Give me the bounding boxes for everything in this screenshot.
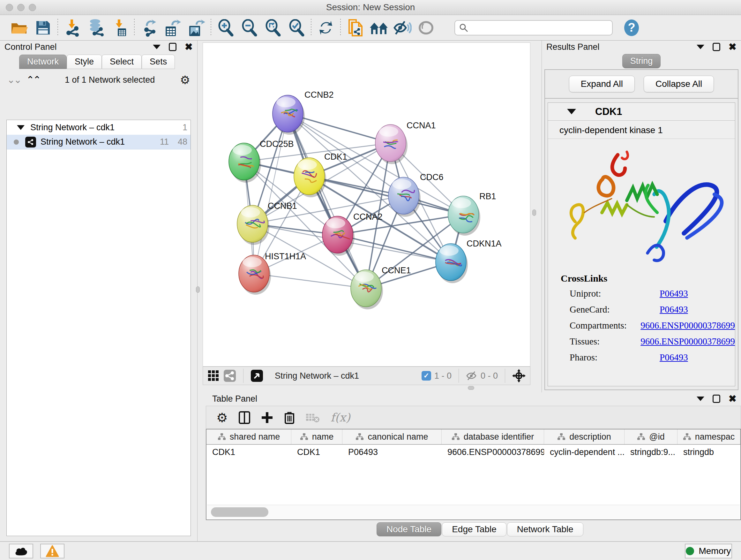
tab-string[interactable]: String [622,54,661,68]
node-CDK1[interactable]: CDK1 [294,152,347,197]
collapse-all-networks-icon[interactable]: ⌃⌃ [26,77,40,83]
table-options-gear-icon[interactable]: ⚙ [216,410,228,425]
delete-column-icon[interactable] [284,411,295,424]
tab-network[interactable]: Network [19,55,67,69]
expand-all-button[interactable]: Expand All [569,76,635,92]
protein-section-header[interactable]: CDK1 [548,103,735,121]
export-table-button[interactable] [161,17,185,38]
column-header-databaseidentifier[interactable]: database identifier [442,429,544,444]
collapse-all-button[interactable]: Collapse All [644,76,714,92]
help-button[interactable]: ? [620,17,643,38]
crosslink-link[interactable]: 9606.ENSP00000378699 [641,320,735,331]
crosslink-link[interactable]: P06493 [660,352,688,363]
panel-close-icon[interactable]: ✖ [729,43,737,51]
panel-close-icon[interactable]: ✖ [729,395,737,403]
show-columns-icon[interactable] [239,411,250,424]
tab-edge-table[interactable]: Edge Table [442,522,507,537]
zoom-fit-button[interactable] [261,17,285,38]
splitter-grip[interactable] [196,287,200,293]
string-home-button[interactable] [367,17,391,38]
column-header-id[interactable]: @id [624,429,677,444]
network-view-mode-icon[interactable] [223,369,236,382]
expand-all-networks-icon[interactable]: ⌄⌄ [7,77,20,83]
node-CCNA2[interactable]: CCNA2 [322,212,383,256]
edge-CCNB2-CCNE1[interactable] [288,114,366,288]
splitter-grip[interactable] [532,209,536,216]
save-session-button[interactable] [31,17,55,38]
column-header-name[interactable]: name [291,429,342,444]
network-options-gear-icon[interactable]: ⚙ [180,73,190,86]
export-image-button[interactable] [185,17,208,38]
network-row[interactable]: String Network – cdk1 11 48 [7,135,191,149]
splitter-grip[interactable] [468,386,474,390]
tab-style[interactable]: Style [67,55,102,69]
edge-CCNB2-HIST1H1A[interactable] [254,114,288,273]
zoom-window-button[interactable] [29,4,36,11]
tab-node-table[interactable]: Node Table [377,522,441,537]
search-box[interactable] [455,20,613,36]
table-cell[interactable]: stringdb:9... [624,445,677,459]
import-table-file-button[interactable] [108,17,131,38]
warnings-button[interactable] [40,544,64,558]
network-canvas[interactable]: CCNB2CCNA1CDC25BCDK1CDC6RB1CCNB1CCNA2CDK… [203,43,530,367]
node-RB1[interactable]: RB1 [448,192,496,236]
node-CDC6[interactable]: CDC6 [388,172,444,217]
table-cell[interactable]: cyclin-dependent ... [544,445,624,459]
crosslink-link[interactable]: 9606.ENSP00000378699 [641,336,735,347]
crosslink-link[interactable]: P06493 [660,304,688,315]
node-table[interactable]: shared namenamecanonical namedatabase id… [206,429,741,520]
panel-float-icon[interactable] [713,395,720,403]
column-header-canonicalname[interactable]: canonical name [342,429,442,444]
minimize-window-button[interactable] [17,4,24,11]
table-row[interactable]: CDK1CDK1P064939606.ENSP00000378699cyclin… [206,445,740,459]
column-header-namespac[interactable]: namespac [677,429,740,444]
panel-float-icon[interactable] [169,43,177,51]
hide-details-button[interactable] [391,17,414,38]
tab-sets[interactable]: Sets [142,55,175,69]
add-column-icon[interactable] [261,412,273,424]
table-cell[interactable]: stringdb [677,445,740,459]
apply-layout-button[interactable] [314,17,338,38]
zoom-selected-button[interactable] [285,17,308,38]
network-graph[interactable]: CCNB2CCNA1CDC25BCDK1CDC6RB1CCNB1CCNA2CDK… [203,43,530,366]
selected-checkbox-icon[interactable]: ✓ [421,371,431,381]
search-input[interactable] [468,21,608,34]
panel-menu-icon[interactable] [697,396,704,401]
import-network-database-button[interactable] [84,17,108,38]
column-header-sharedname[interactable]: shared name [206,429,291,444]
node-CDKN1A[interactable]: CDKN1A [435,239,502,283]
node-CDC25B[interactable]: CDC25B [229,139,294,183]
string-protein-query-button[interactable] [343,17,367,38]
scrollbar-thumb[interactable] [211,507,268,517]
tab-network-table[interactable]: Network Table [507,522,583,537]
section-collapse-icon[interactable] [567,109,576,114]
panel-close-icon[interactable]: ✖ [185,43,193,51]
export-network-button[interactable] [137,17,161,38]
import-network-file-button[interactable] [61,17,84,38]
panel-float-icon[interactable] [713,43,720,51]
panel-menu-icon[interactable] [697,45,704,49]
collection-expand-icon[interactable] [17,125,24,130]
panel-menu-icon[interactable] [153,45,160,49]
node-CCNE1[interactable]: CCNE1 [351,266,411,309]
grid-mode-icon[interactable] [207,370,219,382]
table-horizontal-scrollbar[interactable] [207,505,740,519]
birdseye-toggle-icon[interactable] [251,369,263,382]
window-controls[interactable] [6,4,36,11]
column-header-description[interactable]: description [544,429,624,444]
table-cell[interactable]: 9606.ENSP00000378699 [442,445,544,459]
cloud-button[interactable] [9,544,33,558]
tab-select[interactable]: Select [102,55,142,69]
crosslink-link[interactable]: P06493 [660,288,688,299]
node-HIST1H1A[interactable]: HIST1H1A [239,252,306,295]
table-cell[interactable]: CDK1 [291,445,342,459]
zoom-out-button[interactable] [238,17,261,38]
open-session-button[interactable] [8,17,31,38]
zoom-in-button[interactable] [214,17,238,38]
table-cell[interactable]: CDK1 [206,445,291,459]
pan-crosshair-icon[interactable] [512,369,526,382]
memory-button[interactable]: Memory [685,544,732,558]
network-collection-row[interactable]: String Network – cdk1 1 [7,120,191,135]
show-details-button[interactable] [414,17,438,38]
node-CCNB1[interactable]: CCNB1 [237,201,297,245]
